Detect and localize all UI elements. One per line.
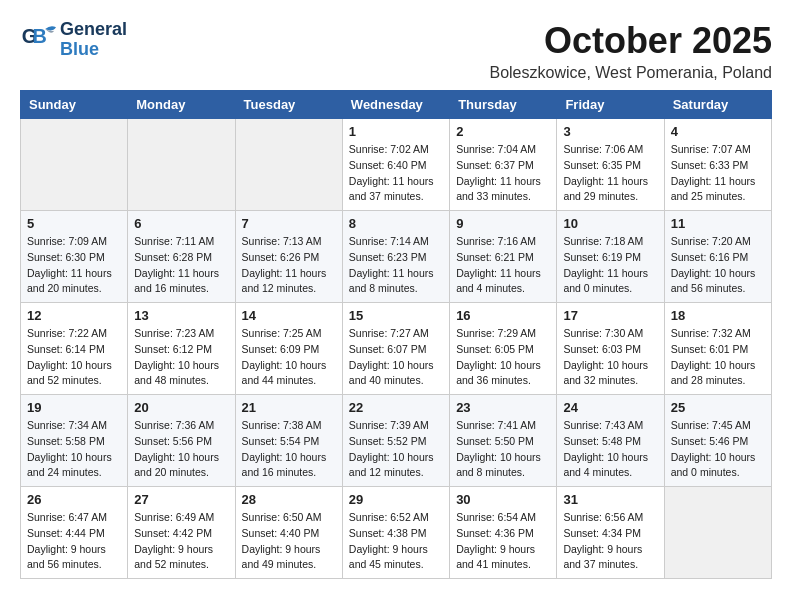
logo: G B General Blue — [20, 20, 127, 60]
day-number: 30 — [456, 492, 550, 507]
day-info-line: and 37 minutes. — [563, 558, 638, 570]
day-info-line: Sunrise: 7:23 AM — [134, 327, 214, 339]
day-info-line: and 48 minutes. — [134, 374, 209, 386]
day-info-line: Sunrise: 6:49 AM — [134, 511, 214, 523]
day-info-line: Sunset: 6:21 PM — [456, 251, 534, 263]
day-cell: 8Sunrise: 7:14 AMSunset: 6:23 PMDaylight… — [342, 211, 449, 303]
day-info-line: and 24 minutes. — [27, 466, 102, 478]
day-info-line: Sunrise: 7:25 AM — [242, 327, 322, 339]
day-info-line: Sunrise: 7:13 AM — [242, 235, 322, 247]
day-number: 31 — [563, 492, 657, 507]
day-cell: 26Sunrise: 6:47 AMSunset: 4:44 PMDayligh… — [21, 487, 128, 579]
day-info-line: Sunrise: 7:27 AM — [349, 327, 429, 339]
day-number: 21 — [242, 400, 336, 415]
day-info: Sunrise: 7:04 AMSunset: 6:37 PMDaylight:… — [456, 142, 550, 205]
day-cell: 3Sunrise: 7:06 AMSunset: 6:35 PMDaylight… — [557, 119, 664, 211]
day-info-line: and 0 minutes. — [671, 466, 740, 478]
day-info-line: Daylight: 9 hours — [134, 543, 213, 555]
day-info-line: Sunset: 6:09 PM — [242, 343, 320, 355]
day-number: 16 — [456, 308, 550, 323]
day-info-line: Sunset: 6:01 PM — [671, 343, 749, 355]
day-info-line: Sunset: 6:23 PM — [349, 251, 427, 263]
day-info-line: Daylight: 10 hours — [134, 359, 219, 371]
day-cell — [21, 119, 128, 211]
day-info-line: Daylight: 11 hours — [27, 267, 112, 279]
week-row-3: 12Sunrise: 7:22 AMSunset: 6:14 PMDayligh… — [21, 303, 772, 395]
day-info-line: Daylight: 9 hours — [456, 543, 535, 555]
weekday-header-row: SundayMondayTuesdayWednesdayThursdayFrid… — [21, 91, 772, 119]
day-info-line: Sunset: 5:50 PM — [456, 435, 534, 447]
day-info-line: Sunrise: 7:22 AM — [27, 327, 107, 339]
day-info: Sunrise: 7:45 AMSunset: 5:46 PMDaylight:… — [671, 418, 765, 481]
day-info-line: and 16 minutes. — [242, 466, 317, 478]
day-info-line: Sunset: 6:16 PM — [671, 251, 749, 263]
day-info-line: Daylight: 9 hours — [349, 543, 428, 555]
day-info-line: and 4 minutes. — [456, 282, 525, 294]
day-info-line: and 37 minutes. — [349, 190, 424, 202]
day-info-line: Daylight: 9 hours — [242, 543, 321, 555]
day-cell: 27Sunrise: 6:49 AMSunset: 4:42 PMDayligh… — [128, 487, 235, 579]
day-info-line: Daylight: 11 hours — [456, 267, 541, 279]
day-info: Sunrise: 7:22 AMSunset: 6:14 PMDaylight:… — [27, 326, 121, 389]
day-info-line: Sunset: 5:58 PM — [27, 435, 105, 447]
day-info-line: Sunrise: 7:45 AM — [671, 419, 751, 431]
day-info-line: Sunrise: 7:09 AM — [27, 235, 107, 247]
day-info-line: Sunset: 5:54 PM — [242, 435, 320, 447]
day-number: 9 — [456, 216, 550, 231]
day-info-line: Sunset: 5:56 PM — [134, 435, 212, 447]
svg-text:B: B — [33, 25, 47, 47]
day-info-line: and 8 minutes. — [349, 282, 418, 294]
day-info: Sunrise: 7:34 AMSunset: 5:58 PMDaylight:… — [27, 418, 121, 481]
day-info-line: Daylight: 11 hours — [671, 175, 756, 187]
day-info-line: Sunset: 6:26 PM — [242, 251, 320, 263]
day-info-line: Sunset: 6:14 PM — [27, 343, 105, 355]
day-cell: 13Sunrise: 7:23 AMSunset: 6:12 PMDayligh… — [128, 303, 235, 395]
day-info: Sunrise: 7:09 AMSunset: 6:30 PMDaylight:… — [27, 234, 121, 297]
day-info-line: Sunset: 6:40 PM — [349, 159, 427, 171]
day-number: 3 — [563, 124, 657, 139]
day-info-line: Daylight: 10 hours — [242, 359, 327, 371]
day-info: Sunrise: 7:38 AMSunset: 5:54 PMDaylight:… — [242, 418, 336, 481]
day-cell: 28Sunrise: 6:50 AMSunset: 4:40 PMDayligh… — [235, 487, 342, 579]
day-info: Sunrise: 7:14 AMSunset: 6:23 PMDaylight:… — [349, 234, 443, 297]
day-info-line: and 20 minutes. — [27, 282, 102, 294]
weekday-header-thursday: Thursday — [450, 91, 557, 119]
day-cell: 22Sunrise: 7:39 AMSunset: 5:52 PMDayligh… — [342, 395, 449, 487]
day-info-line: Sunset: 6:19 PM — [563, 251, 641, 263]
day-info-line: and 40 minutes. — [349, 374, 424, 386]
day-info: Sunrise: 7:27 AMSunset: 6:07 PMDaylight:… — [349, 326, 443, 389]
day-info-line: Daylight: 10 hours — [27, 451, 112, 463]
day-cell: 12Sunrise: 7:22 AMSunset: 6:14 PMDayligh… — [21, 303, 128, 395]
day-info-line: Sunrise: 7:36 AM — [134, 419, 214, 431]
day-info-line: Sunset: 6:28 PM — [134, 251, 212, 263]
day-number: 22 — [349, 400, 443, 415]
day-info: Sunrise: 7:39 AMSunset: 5:52 PMDaylight:… — [349, 418, 443, 481]
day-info-line: Sunset: 6:05 PM — [456, 343, 534, 355]
day-cell: 18Sunrise: 7:32 AMSunset: 6:01 PMDayligh… — [664, 303, 771, 395]
day-info: Sunrise: 6:56 AMSunset: 4:34 PMDaylight:… — [563, 510, 657, 573]
day-info-line: Sunset: 4:44 PM — [27, 527, 105, 539]
day-info-line: Sunrise: 7:38 AM — [242, 419, 322, 431]
week-row-5: 26Sunrise: 6:47 AMSunset: 4:44 PMDayligh… — [21, 487, 772, 579]
day-number: 24 — [563, 400, 657, 415]
day-info-line: and 44 minutes. — [242, 374, 317, 386]
day-info-line: Daylight: 9 hours — [563, 543, 642, 555]
day-info: Sunrise: 7:32 AMSunset: 6:01 PMDaylight:… — [671, 326, 765, 389]
day-info: Sunrise: 7:43 AMSunset: 5:48 PMDaylight:… — [563, 418, 657, 481]
day-info-line: Sunrise: 7:32 AM — [671, 327, 751, 339]
day-cell: 15Sunrise: 7:27 AMSunset: 6:07 PMDayligh… — [342, 303, 449, 395]
weekday-header-tuesday: Tuesday — [235, 91, 342, 119]
day-info-line: Sunset: 6:33 PM — [671, 159, 749, 171]
day-number: 4 — [671, 124, 765, 139]
day-info: Sunrise: 7:36 AMSunset: 5:56 PMDaylight:… — [134, 418, 228, 481]
day-info: Sunrise: 7:13 AMSunset: 6:26 PMDaylight:… — [242, 234, 336, 297]
day-info: Sunrise: 7:20 AMSunset: 6:16 PMDaylight:… — [671, 234, 765, 297]
day-info-line: Daylight: 10 hours — [671, 359, 756, 371]
day-info: Sunrise: 7:29 AMSunset: 6:05 PMDaylight:… — [456, 326, 550, 389]
day-info-line: Sunset: 6:12 PM — [134, 343, 212, 355]
day-info-line: and 45 minutes. — [349, 558, 424, 570]
day-number: 14 — [242, 308, 336, 323]
day-info: Sunrise: 7:06 AMSunset: 6:35 PMDaylight:… — [563, 142, 657, 205]
day-number: 7 — [242, 216, 336, 231]
day-cell: 11Sunrise: 7:20 AMSunset: 6:16 PMDayligh… — [664, 211, 771, 303]
